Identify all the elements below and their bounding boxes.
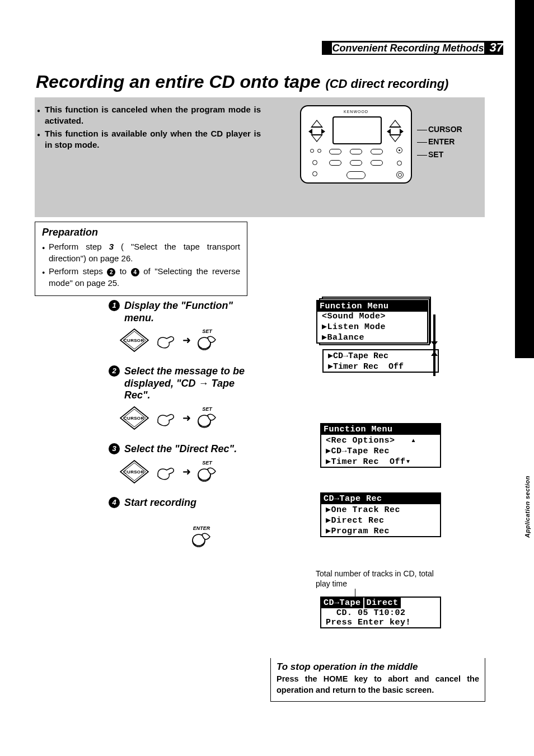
lcd-cd-tape-rec: CD→Tape Rec ▶One Track Rec ▶Direct Rec ▶… bbox=[320, 492, 441, 537]
arrow-right-icon: ➜ bbox=[182, 466, 191, 478]
press-button-icon bbox=[196, 466, 218, 483]
tracks-note: Total number of tracks in CD, total play… bbox=[316, 569, 444, 589]
stop-heading: To stop operation in the middle bbox=[277, 661, 479, 673]
stop-operation-box: To stop operation in the middle Press th… bbox=[270, 658, 485, 702]
intro-note-1: This function is canceled when the progr… bbox=[45, 104, 261, 127]
arrow-right-icon: ➜ bbox=[182, 334, 191, 346]
remote-left-pad-icon bbox=[308, 120, 325, 142]
step-3: 3Select the "Direct Rec". CURSOR ➜ SET bbox=[109, 443, 250, 483]
preparation-box: Preparation Perform step 3 ( "Select the… bbox=[35, 222, 247, 296]
press-button-icon bbox=[196, 334, 218, 352]
remote-set-icon bbox=[397, 161, 402, 166]
step-1-text: Display the "Function" menu. bbox=[124, 300, 250, 324]
cursor-pad-icon: CURSOR bbox=[120, 328, 149, 352]
title-sub: (CD direct recording) bbox=[325, 77, 448, 91]
hand-icon bbox=[154, 331, 177, 350]
remote-brand: KENWOOD bbox=[344, 110, 368, 114]
page-title: Recording an entire CD onto tape (CD dir… bbox=[36, 72, 448, 92]
prep-item-1: Perform step 3 ( "Select the tape transp… bbox=[49, 241, 240, 264]
lcd-function-menu-1: Function Menu <Sound Mode> ▶Listen Mode … bbox=[316, 300, 428, 344]
press-button-icon bbox=[191, 531, 212, 549]
steps-column: 1Display the "Function" menu. CURSOR ➜ S… bbox=[109, 300, 250, 562]
remote-screen-icon bbox=[332, 116, 382, 144]
page-header: Convenient Recording Methods 37 bbox=[0, 41, 534, 55]
leader-line-icon bbox=[355, 589, 355, 597]
lcd-function-menu-2: Function Menu <Rec Options> ▴ ▶CD→Tape R… bbox=[320, 423, 441, 468]
enter-label: ENTER bbox=[193, 525, 210, 531]
intro-note-2: This function is available only when the… bbox=[45, 128, 261, 151]
step-4: 4Start recording ENTER bbox=[109, 497, 250, 550]
set-label: SET bbox=[202, 328, 212, 334]
lcd-function-menu-1b: ▶CD→Tape Rec ▶Timer Rec Off bbox=[322, 349, 439, 373]
stop-body: Press the HOME key to abort and cancel t… bbox=[277, 674, 479, 696]
label-cursor: CURSOR bbox=[417, 123, 462, 135]
page-number: 37 bbox=[490, 40, 503, 54]
title-main: Recording an entire CD onto tape bbox=[36, 72, 320, 92]
lcd-scroll-icon bbox=[431, 301, 439, 379]
prep-item-2: Perform steps 2 to 4 of "Selecting the r… bbox=[49, 265, 240, 289]
step-2: 2Select the message to be displayed, "CD… bbox=[109, 365, 250, 430]
step-2-text: Select the message to be displayed, "CD … bbox=[124, 365, 250, 402]
remote-labels: CURSOR ENTER SET bbox=[417, 123, 462, 161]
section-title: Convenient Recording Methods bbox=[332, 43, 484, 54]
step-1: 1Display the "Function" menu. CURSOR ➜ S… bbox=[109, 300, 250, 352]
remote-right-pad-icon bbox=[387, 120, 404, 142]
label-set: SET bbox=[417, 148, 462, 161]
preparation-heading: Preparation bbox=[42, 227, 240, 238]
arrow-right-icon: ➜ bbox=[182, 412, 191, 424]
intro-notes: This function is canceled when the progr… bbox=[37, 103, 261, 152]
lcd-cd-tape-direct: CD→TapeDirect CD. 05 T10:02 Press Enter … bbox=[320, 597, 441, 628]
label-enter: ENTER bbox=[417, 135, 462, 148]
cursor-pad-icon: CURSOR bbox=[120, 460, 149, 483]
step-4-text: Start recording bbox=[124, 497, 196, 509]
side-tab: Application section bbox=[524, 476, 531, 538]
cursor-pad-icon: CURSOR bbox=[120, 406, 149, 430]
hand-icon bbox=[154, 408, 177, 428]
step-3-text: Select the "Direct Rec". bbox=[124, 443, 237, 456]
remote-diagram: KENWOOD bbox=[300, 105, 412, 184]
press-button-icon bbox=[196, 412, 218, 430]
hand-icon bbox=[154, 462, 177, 481]
